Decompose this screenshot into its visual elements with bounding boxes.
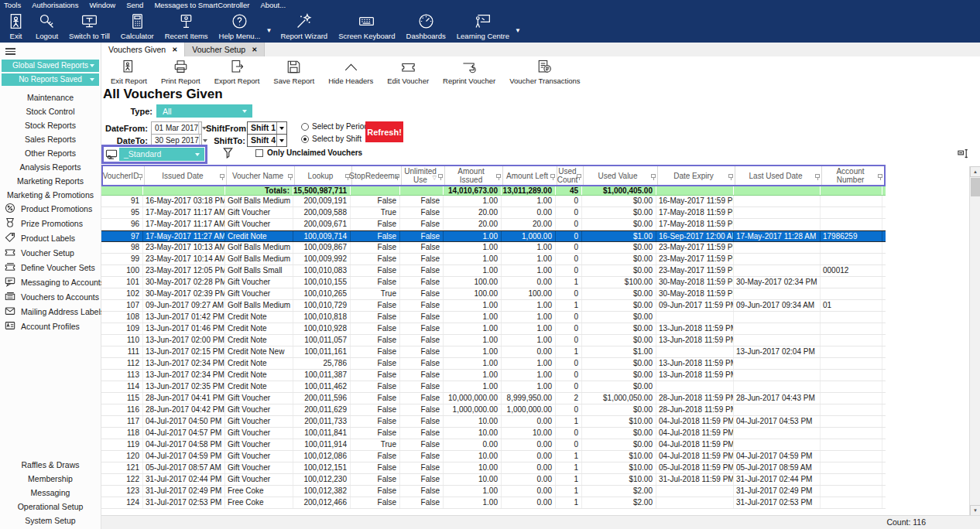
select-by-period-radio[interactable]: Select by Period <box>301 122 368 131</box>
layout-dropdown[interactable]: _Standard <box>119 148 204 161</box>
pin-icon[interactable] <box>395 174 399 178</box>
menu-item-messages-to-smartcontroller[interactable]: Messages to SmartController <box>154 0 249 10</box>
sidebar-item-marketing-reports[interactable]: Marketing Reports <box>0 174 101 188</box>
sidebar-item-stock-control[interactable]: Stock Control <box>0 104 101 118</box>
column-header-issued-date[interactable]: Issued Date <box>145 166 227 185</box>
tab-vouchers-given[interactable]: Vouchers Given✕ <box>101 43 185 56</box>
column-header-used-count[interactable]: Used Count <box>557 166 584 185</box>
sidebar-item-prize-promotions[interactable]: Prize Promotions <box>0 217 101 231</box>
hide-headers-button[interactable]: Hide Headers <box>321 56 380 85</box>
sidebar-item-sales-reports[interactable]: Sales Reports <box>0 132 101 146</box>
sidebar-item-maintenance[interactable]: Maintenance <box>0 90 101 104</box>
close-icon[interactable]: ✕ <box>172 46 177 53</box>
sidebar-item-product-labels[interactable]: Product Labels <box>0 231 101 246</box>
shift-from-combo[interactable]: Shift 1 <box>247 121 287 135</box>
sidebar-item-raffles-draws[interactable]: Raffles & Draws <box>0 458 101 472</box>
edit-voucher-button[interactable]: Edit Voucher <box>380 56 436 85</box>
table-row[interactable]: 9116-May-2017 03:18 PMGolf Balls Medium2… <box>101 196 886 207</box>
column-header-account-number[interactable]: Account Number <box>822 166 884 185</box>
sidebar-item-product-promotions[interactable]: Product Promotions <box>0 202 101 217</box>
sidebar-item-vouchers-to-accounts[interactable]: Vouchers to Accounts <box>0 290 101 305</box>
chevron-down-icon[interactable]: ▼ <box>266 27 272 34</box>
type-dropdown[interactable]: All <box>156 104 252 118</box>
pin-icon[interactable] <box>288 174 293 178</box>
scroll-down-button[interactable]: ▼ <box>970 505 980 516</box>
table-row[interactable]: 10130-May-2017 02:28 PMGift Voucher100,0… <box>101 277 886 288</box>
chevron-down-icon[interactable] <box>276 135 286 146</box>
table-row[interactable]: 11313-Jun-2017 02:34 PMCredit Note100,01… <box>101 370 886 381</box>
table-row[interactable]: 11013-Jun-2017 02:00 PMCredit Note100,01… <box>101 335 886 346</box>
table-row[interactable]: 9923-May-2017 10:14 AMGolf Balls Medium1… <box>101 254 886 265</box>
table-row[interactable]: 9823-May-2017 10:13 AMGolf Balls Medium1… <box>101 242 886 254</box>
only-unclaimed-checkbox[interactable] <box>255 149 263 157</box>
table-row[interactable]: 11628-Jun-2017 04:42 PMGift Voucher200,0… <box>101 404 886 416</box>
chevron-down-icon[interactable] <box>276 122 286 134</box>
sidebar-item-system-setup[interactable]: System Setup <box>0 514 101 527</box>
select-by-shift-radio[interactable]: Select by Shift <box>301 135 362 143</box>
table-row[interactable]: 10913-Jun-2017 01:46 PMCredit Note100,01… <box>101 323 886 335</box>
date-from-input[interactable]: 01 Mar 2017 <box>151 121 202 135</box>
learning-centre-button[interactable]: Learning Centre <box>451 10 515 40</box>
table-row[interactable]: 11704-Jul-2017 04:50 PMGift Voucher200,0… <box>101 416 886 428</box>
table-row[interactable]: 11904-Jul-2017 04:58 PMGift Voucher100,0… <box>101 439 886 451</box>
table-row[interactable]: 12105-Jul-2017 08:57 AMGift Voucher100,0… <box>101 462 886 474</box>
shift-to-combo[interactable]: Shift 4 <box>247 134 287 147</box>
sidebar-item-define-voucher-sets[interactable]: Define Voucher Sets <box>0 261 101 275</box>
chevron-down-icon[interactable] <box>198 122 201 134</box>
sidebar-item-voucher-setup[interactable]: Voucher Setup <box>0 246 101 261</box>
sidebar-item-stock-reports[interactable]: Stock Reports <box>0 118 101 132</box>
pin-icon[interactable] <box>577 174 581 178</box>
voucher-transactions-button[interactable]: Voucher Transactions <box>502 56 587 85</box>
menu-item-authorisations[interactable]: Authorisations <box>32 0 78 10</box>
export-report-button[interactable]: Export Report <box>207 56 267 85</box>
column-header-lookup[interactable]: Lookup <box>295 166 352 185</box>
column-header-used-value[interactable]: Used Value <box>584 166 658 185</box>
scroll-up-button[interactable]: ▲ <box>970 166 980 177</box>
column-header-last-used-date[interactable]: Last Used Date <box>735 166 822 185</box>
save-report-button[interactable]: Save Report <box>266 56 321 85</box>
pin-icon[interactable] <box>550 174 555 178</box>
dashboards-button[interactable]: Dashboards <box>401 10 451 40</box>
table-row[interactable]: 11413-Jun-2017 02:35 PMCredit Note100,01… <box>101 381 886 393</box>
recent-items-button[interactable]: Recent Items <box>159 10 214 40</box>
table-row[interactable]: 11528-Jun-2017 04:41 PMGift Voucher200,0… <box>101 393 886 404</box>
close-icon[interactable]: ✕ <box>252 46 257 53</box>
logout-button[interactable]: Logout <box>30 10 63 40</box>
pin-icon[interactable] <box>815 174 820 178</box>
table-row[interactable]: 12004-Jul-2017 04:59 PMGift Voucher100,0… <box>101 451 886 462</box>
column-header-date-expiry[interactable]: Date Expiry <box>658 166 735 185</box>
column-header-unlimited-use[interactable]: Unlimited Use▽ <box>402 166 445 185</box>
exit-button[interactable]: Exit <box>2 10 30 40</box>
refresh-button[interactable]: Refresh! <box>365 121 403 142</box>
reprint-voucher-button[interactable]: Reprint Voucher <box>436 56 502 85</box>
menu-item-tools[interactable]: Tools <box>4 0 21 10</box>
sidebar-item-mailing-address-labels[interactable]: Mailing Address Labels <box>0 305 101 319</box>
menu-item-about-[interactable]: About... <box>260 0 286 10</box>
print-report-button[interactable]: Print Report <box>154 56 207 85</box>
report-wizard-button[interactable]: Report Wizard <box>275 10 333 40</box>
sidebar-item-account-profiles[interactable]: Account Profiles <box>0 319 101 334</box>
table-row[interactable]: 11804-Jul-2017 04:57 PMGift Voucher100,0… <box>101 428 886 439</box>
scrollbar-thumb[interactable] <box>971 178 980 196</box>
table-row[interactable]: 12431-Jul-2017 02:53 PMFree Coke200,012,… <box>101 497 886 509</box>
table-row[interactable]: 10709-Jun-2017 09:27 AMGolf Balls Medium… <box>101 300 886 312</box>
table-row[interactable]: 11113-Jun-2017 02:15 PMCredit Note New10… <box>101 346 886 358</box>
tab-voucher-setup[interactable]: Voucher Setup✕ <box>185 43 265 56</box>
column-chooser-icon[interactable] <box>957 148 969 162</box>
table-row[interactable]: 12231-Jul-2017 02:44 PMGift Voucher100,0… <box>101 474 886 486</box>
column-header-voucherid[interactable]: VoucherID <box>103 166 145 185</box>
chevron-down-icon[interactable]: ▼ <box>515 27 521 34</box>
pin-icon[interactable] <box>220 174 224 178</box>
exit-report-button[interactable]: Exit Report <box>104 56 154 85</box>
table-row[interactable]: 12331-Jul-2017 02:49 PMFree Coke100,012,… <box>101 486 886 497</box>
vertical-scrollbar[interactable]: ▲ ▼ <box>969 166 980 516</box>
pin-icon[interactable] <box>651 174 656 178</box>
sidebar-item-operational-setup[interactable]: Operational Setup <box>0 500 101 514</box>
sidebar-item-messaging-to-accounts[interactable]: Messaging to Accounts <box>0 275 101 290</box>
calculator-button[interactable]: Calculator <box>115 10 159 40</box>
help-menu-button[interactable]: Help Menu... <box>214 10 266 40</box>
table-row[interactable]: 10230-May-2017 02:39 PMGift Voucher100,0… <box>101 288 886 300</box>
column-header-amount-left[interactable]: Amount Left <box>503 166 557 185</box>
pin-icon[interactable] <box>728 174 733 178</box>
pin-icon[interactable] <box>438 174 443 178</box>
